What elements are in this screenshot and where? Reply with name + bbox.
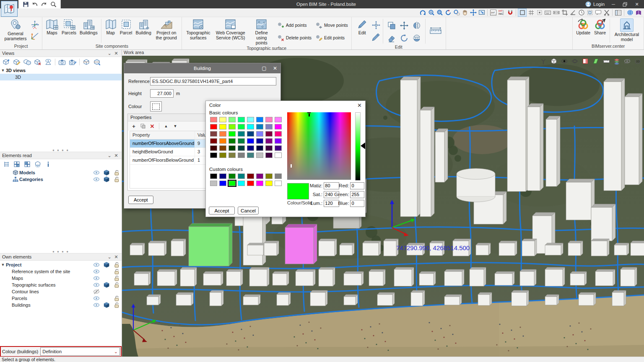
map-button[interactable]: Map <box>104 18 118 36</box>
colour-swatch[interactable] <box>219 138 226 144</box>
colour-swatch[interactable] <box>238 173 245 179</box>
edit-button[interactable]: Edit <box>354 18 371 36</box>
tree-layout-2-button[interactable] <box>12 160 21 168</box>
filter-elements-button[interactable] <box>33 160 42 168</box>
zoom-select-icon[interactable] <box>452 9 460 16</box>
colour-swatch[interactable] <box>219 181 226 186</box>
tree-row[interactable]: Contour lines <box>0 288 122 295</box>
wcs-button[interactable]: Web Coverage Service (WCS) <box>213 18 248 41</box>
colour-swatch[interactable] <box>247 124 254 129</box>
delete-view-button[interactable] <box>33 58 42 66</box>
dimension-icon[interactable] <box>552 9 560 16</box>
3d-cube-icon[interactable] <box>101 302 112 308</box>
visibility-eye-icon[interactable] <box>91 295 101 302</box>
update-button[interactable]: Update <box>575 18 592 36</box>
snap-magnet-icon[interactable] <box>506 9 514 16</box>
grid-icon[interactable] <box>527 9 535 16</box>
colour-swatch[interactable] <box>247 131 254 137</box>
restore-button[interactable] <box>622 2 628 7</box>
general-parameters-button[interactable]: General parameters <box>2 18 29 42</box>
move-view-icon[interactable] <box>469 9 477 16</box>
colour-swatch[interactable] <box>238 145 245 151</box>
edit-view-button[interactable] <box>12 58 21 66</box>
delete-eraser-icon[interactable] <box>387 34 396 43</box>
work-layers-icon[interactable] <box>586 9 594 16</box>
colour-swatch[interactable] <box>210 173 217 179</box>
colour-swatch[interactable] <box>256 138 263 144</box>
report-layout-icon[interactable] <box>614 9 622 16</box>
visibility-button[interactable] <box>44 58 53 66</box>
mirror-move-icon[interactable] <box>412 34 421 43</box>
ortho-angle-icon[interactable] <box>569 9 577 16</box>
hue-saturation-field[interactable] <box>287 112 351 180</box>
panel-splitter[interactable]: ● ● ● ● <box>0 250 122 253</box>
colour-swatch[interactable] <box>275 117 282 122</box>
colour-swatch[interactable] <box>247 138 254 144</box>
snap-point-icon[interactable] <box>535 9 543 16</box>
colour-swatch[interactable] <box>265 138 273 144</box>
parcel-button[interactable]: Parcel <box>119 18 134 36</box>
section-box-button[interactable] <box>82 58 91 66</box>
tree-layout-3-button[interactable] <box>23 160 32 168</box>
lock-icon[interactable] <box>112 295 122 302</box>
export-view-icon[interactable] <box>478 9 486 16</box>
selection-rectangle-icon[interactable] <box>518 8 527 17</box>
maximize-icon[interactable]: ▢ <box>259 65 270 71</box>
login-button[interactable]: Login <box>585 1 605 7</box>
add-property-button[interactable]: + <box>130 123 137 129</box>
close-icon[interactable]: ✕ <box>357 102 362 109</box>
cut-icon[interactable] <box>602 9 610 16</box>
colour-swatch[interactable] <box>238 153 245 158</box>
comment-icon[interactable] <box>594 9 602 16</box>
colour-swatch[interactable] <box>219 153 226 158</box>
delete-property-button[interactable]: ✕ <box>149 123 156 129</box>
building-accept-button[interactable]: Accept <box>128 196 153 204</box>
colour-swatch[interactable] <box>219 124 226 129</box>
hide-elements-icon[interactable] <box>623 58 631 65</box>
colour-swatch[interactable] <box>275 131 282 137</box>
reference-input[interactable] <box>150 77 276 85</box>
colour-swatch[interactable] <box>247 153 254 158</box>
visibility-eye-icon[interactable] <box>91 288 101 295</box>
colour-swatch[interactable] <box>265 153 273 158</box>
building-dialog-titlebar[interactable]: Building ▢ ✕ <box>124 63 280 73</box>
project-on-ground-button[interactable]: Project on the ground <box>153 18 179 41</box>
tree-row[interactable]: Models <box>0 169 122 176</box>
colour-swatch[interactable] <box>229 117 236 122</box>
visibility-eye-icon[interactable] <box>91 275 101 282</box>
visibility-eye-icon[interactable] <box>91 282 101 288</box>
own-elements-collapse-icon[interactable]: ⌄ <box>106 254 113 260</box>
colour-swatch[interactable] <box>256 173 263 179</box>
visibility-eye-icon[interactable] <box>91 261 101 268</box>
3d-cube-icon[interactable] <box>101 261 112 268</box>
viewport-3d[interactable]: 747290.990, 4268514.500 3D Building ▢ ✕ … <box>122 56 644 357</box>
ground-plane-icon[interactable] <box>592 58 600 65</box>
visibility-eye-icon[interactable] <box>91 169 101 176</box>
zoom-extents-icon[interactable] <box>427 9 435 16</box>
tree-row[interactable]: Topographic surfaces <box>0 282 122 288</box>
colour-swatch[interactable] <box>265 173 273 179</box>
move-points-button[interactable]: Move points <box>314 21 349 30</box>
rotate-icon[interactable] <box>400 34 409 43</box>
visibility-eye-icon[interactable] <box>91 302 101 308</box>
colour-swatch[interactable] <box>229 124 236 129</box>
blue-input[interactable] <box>350 200 364 207</box>
maps-button[interactable]: Maps <box>44 18 60 36</box>
protractor-icon[interactable] <box>577 9 585 16</box>
add-points-button[interactable]: Add points <box>275 21 313 30</box>
help-book-icon[interactable] <box>634 9 642 16</box>
colour-swatch[interactable] <box>210 117 217 122</box>
save-button[interactable] <box>22 1 29 8</box>
colour-swatch[interactable] <box>275 138 282 144</box>
dxf-layers-icon[interactable]: DXFDWG <box>498 9 506 16</box>
architectural-model-button[interactable]: Architectural model <box>612 18 641 43</box>
close-button[interactable]: ✕ <box>634 2 640 7</box>
lock-icon[interactable] <box>112 176 122 183</box>
tree-row[interactable]: Buildings <box>0 302 122 308</box>
elements-read-collapse-icon[interactable]: ⌄ <box>106 153 113 158</box>
tree-row[interactable]: Reference system of the site <box>0 268 122 275</box>
lock-icon[interactable] <box>112 302 122 308</box>
3d-cube-icon[interactable] <box>101 169 112 176</box>
colour-swatch[interactable] <box>275 145 282 151</box>
colour-swatch[interactable] <box>275 173 282 179</box>
